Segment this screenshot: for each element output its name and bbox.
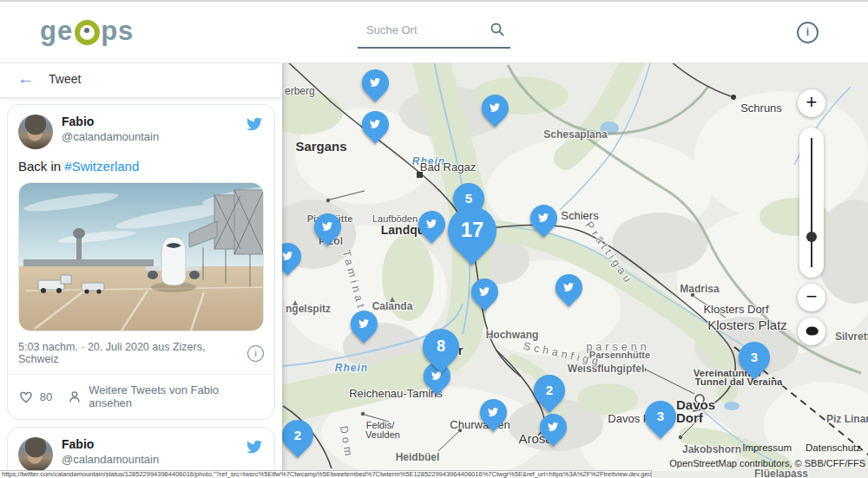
tweet-text: Back in #Switzerland: [18, 159, 264, 174]
hashtag-link[interactable]: #Switzerland: [64, 159, 139, 174]
tweet-text-plain: Back in: [18, 159, 64, 174]
zoom-slider-track: [811, 138, 812, 267]
map-place-label: Schesaplana: [543, 128, 607, 141]
tweet-list: Fabio @calandamountain Back in #Switzerl…: [0, 98, 282, 478]
twitter-bird-icon: [281, 251, 293, 261]
logo-o-icon: [75, 20, 100, 45]
author-name[interactable]: Fabio: [62, 437, 245, 451]
author-handle[interactable]: @calandamountain: [62, 453, 245, 466]
twitter-bird-icon: [425, 219, 437, 229]
datenschutz-link[interactable]: Datenschutz: [806, 442, 861, 453]
sidebar-title: Tweet: [49, 72, 81, 86]
map-place-label: Rhein: [335, 362, 368, 374]
tweet-header: Fabio @calandamountain: [18, 115, 264, 149]
search-input[interactable]: [365, 23, 490, 37]
cluster-count: 2: [546, 383, 553, 397]
map-place-label: Madrisa: [680, 283, 719, 295]
map-place-label: ngelspitz: [286, 303, 331, 315]
avatar[interactable]: [18, 115, 53, 149]
twitter-bird-icon: [369, 119, 381, 129]
cable-car-icon: [805, 325, 819, 337]
twitter-bird-icon: [321, 221, 333, 232]
map-place-label: Tunnel dal Veraina: [695, 377, 783, 387]
map-place-label: erberg: [285, 85, 315, 97]
search-icon[interactable]: [490, 22, 505, 37]
twitter-bird-icon: [547, 422, 559, 432]
tweet-divider: [8, 374, 274, 375]
map-place-label: Heidbüel: [396, 451, 440, 463]
browser-status-bar: https://twitter.com/calandamountain/stat…: [0, 470, 652, 478]
app-header: geps i: [0, 0, 868, 63]
avatar[interactable]: [18, 437, 53, 472]
map-attribution[interactable]: OpenStreetMap contributors, © SBB/CFF/FF…: [669, 458, 865, 468]
map-place-label: Piz Linard: [826, 413, 868, 425]
tweet-meta: 5:03 nachm. · 20. Juli 2020 aus Zizers, …: [18, 341, 264, 365]
tweet-author: Fabio @calandamountain: [62, 115, 245, 143]
cluster-count: 17: [461, 218, 484, 242]
twitter-logo-icon[interactable]: [245, 439, 264, 455]
map-place-label: Flüelapass: [754, 468, 808, 478]
like-heart-icon[interactable]: [18, 390, 34, 404]
cluster-count: 5: [465, 191, 472, 206]
map-place-label: Dorf: [676, 410, 703, 425]
map-place-label: Reichenau-Tamins: [349, 387, 443, 400]
tweet-info-icon[interactable]: i: [247, 345, 264, 362]
map-place-label: Klosters Platz: [707, 318, 787, 332]
tweet-actions: 80 Weitere Tweets von Fabio ansehen: [18, 383, 264, 409]
geops-logo[interactable]: geps: [40, 16, 134, 47]
info-icon[interactable]: i: [797, 22, 819, 43]
map-place-label: Schruns: [740, 101, 782, 115]
sidebar-header: ← Tweet: [0, 61, 282, 98]
map-place-label: Hochwang: [486, 329, 539, 341]
geops-app: geps i: [0, 0, 868, 478]
impressum-link[interactable]: Impressum: [742, 442, 792, 453]
tweet-author: Fabio @calandamountain: [62, 437, 245, 466]
twitter-bird-icon: [487, 407, 499, 417]
map-place-label: Bad Ragaz: [420, 160, 476, 174]
map-place-label: Veulden: [365, 429, 400, 440]
twitter-bird-icon: [562, 282, 575, 292]
zoom-out-button[interactable]: −: [798, 284, 825, 311]
author-name[interactable]: Fabio: [62, 115, 245, 128]
zoom-in-button[interactable]: +: [798, 89, 825, 117]
map-place-label: Silvretta: [835, 331, 868, 343]
map-place-label: Klosters Dorf: [703, 303, 768, 316]
cluster-count: 8: [437, 337, 445, 356]
like-count[interactable]: 80: [40, 390, 52, 403]
zoom-slider[interactable]: [799, 128, 824, 278]
search-box: [358, 14, 510, 49]
more-tweets-link[interactable]: Weitere Tweets von Fabio ansehen: [89, 383, 264, 409]
cluster-count: 2: [294, 428, 301, 442]
twitter-bird-icon: [489, 102, 501, 113]
tweet-header: Fabio @calandamountain: [18, 437, 264, 472]
twitter-logo-icon[interactable]: [245, 116, 264, 132]
logo-text-ps: ps: [101, 16, 134, 47]
tweet-sidebar: ← Tweet Fabio @calandamountain Back in #…: [0, 61, 282, 478]
main-stage: erbergSargansRheinBad RagazSchrunsSchesa…: [0, 61, 868, 478]
person-icon: [68, 390, 82, 404]
tweet-photo[interactable]: [18, 182, 264, 331]
cluster-count: 3: [751, 350, 758, 364]
cable-car-button[interactable]: [798, 318, 825, 345]
twitter-bird-icon: [369, 77, 381, 88]
cluster-count: 3: [657, 409, 664, 423]
twitter-bird-icon: [478, 286, 490, 297]
logo-text-ge: ge: [40, 16, 73, 47]
map-place-label: Calanda: [372, 300, 413, 312]
zoom-slider-handle[interactable]: [806, 232, 817, 242]
map-place-label: Sargans: [295, 139, 346, 154]
map-footer-links: ImpressumDatenschutz: [728, 442, 861, 453]
tweet-timestamp[interactable]: 5:03 nachm. · 20. Juli 2020 aus Zizers, …: [18, 341, 247, 365]
tweet-card-1: Fabio @calandamountain Back in #Switzerl…: [7, 104, 275, 420]
status-url: https://twitter.com/calandamountain/stat…: [2, 470, 652, 478]
author-handle[interactable]: @calandamountain: [62, 130, 245, 143]
map-place-label: Weissfluhgipfel: [568, 363, 644, 375]
twitter-bird-icon: [537, 213, 549, 223]
airport-photo-graphic: [19, 183, 264, 331]
back-arrow-icon[interactable]: ←: [17, 69, 34, 88]
twitter-bird-icon: [358, 318, 370, 329]
